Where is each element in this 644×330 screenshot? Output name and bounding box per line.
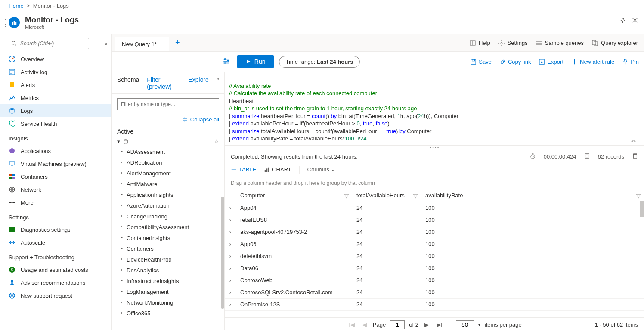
first-page-button[interactable]: I◀ [347,321,356,328]
expand-row-icon[interactable]: › [225,274,236,286]
expand-row-icon[interactable]: › [225,238,236,250]
col-computer[interactable]: Computer▽ [236,189,352,202]
expand-row-icon[interactable]: › [225,250,236,262]
time-range-picker[interactable]: Time range: Last 24 hours [279,56,359,68]
close-icon[interactable] [632,17,638,25]
expand-row-icon[interactable]: › [225,262,236,274]
table-row[interactable]: ›ContosoWeb24100 [225,274,644,286]
new-alert-button[interactable]: New alert rule [571,59,614,65]
nav-logs[interactable]: Logs [0,104,111,117]
schema-tab[interactable]: Schema [117,76,139,93]
table-row[interactable]: ›deletethisvm24100 [225,250,644,262]
nav-more[interactable]: •••More [0,196,111,209]
splitter[interactable]: • • • • [225,145,644,149]
schema-item[interactable]: AntiMalware [112,179,224,190]
help-button[interactable]: Help [469,40,490,47]
schema-item[interactable]: CompatibilityAssessment [112,222,224,233]
schema-item[interactable]: AlertManagement [112,168,224,179]
schema-item[interactable]: Office365 [112,308,224,319]
nav-applications[interactable]: Applications [0,144,111,157]
schema-item[interactable]: InfrastructureInsights [112,276,224,286]
group-drop-area[interactable]: Drag a column header and drop it here to… [225,177,644,189]
copy-link-button[interactable]: Copy link [499,59,531,65]
columns-dropdown[interactable]: Columns⌄ [307,166,335,173]
favorite-icon[interactable]: ☆ [214,138,219,145]
col-hours[interactable]: totalAvailableHours▽ [352,189,421,202]
schema-item[interactable]: AzureAutomation [112,200,224,211]
run-button[interactable]: Run [237,55,274,68]
svg-point-18 [11,280,13,283]
schema-item[interactable]: ContainerInsights [112,233,224,243]
clock-icon [529,153,536,161]
nav-advisor[interactable]: Advisor recommendations [0,276,111,289]
svg-point-7 [10,108,14,110]
schema-item[interactable]: Containers [112,243,224,254]
expand-row-icon[interactable]: › [225,202,236,214]
table-row[interactable]: ›retailEUS824100 [225,214,644,226]
nav-activity-log[interactable]: Activity log [0,65,111,78]
results-scrollbar[interactable] [640,201,644,217]
schema-item[interactable]: ADAssessment [112,146,224,157]
table-row[interactable]: ›ContosoSQLSrv2.ContosoRetail.com24100 [225,286,644,298]
table-view-tab[interactable]: TABLE [231,166,256,173]
schema-item[interactable]: ADReplication [112,157,224,168]
explore-tab[interactable]: Explore [188,76,208,93]
schema-root[interactable]: ▾☆ [112,137,224,146]
svg-rect-12 [9,177,12,179]
nav-network[interactable]: Network [0,183,111,196]
pin-icon[interactable] [619,17,626,25]
nav-metrics[interactable]: Metrics [0,91,111,104]
table-row[interactable]: ›App0624100 [225,238,644,250]
save-button[interactable]: Save [470,59,492,65]
nav-containers[interactable]: Containers [0,170,111,183]
nav-support-request[interactable]: New support request [0,289,111,302]
schema-item[interactable]: LogManagement [112,286,224,297]
schema-item[interactable]: DnsAnalytics [112,265,224,276]
collapse-sidebar-icon[interactable]: « [105,41,107,46]
schema-item[interactable]: ChangeTracking [112,211,224,222]
expand-row-icon[interactable]: › [225,226,236,238]
add-tab-button[interactable]: + [169,38,186,47]
schema-item[interactable]: DeviceHealthProd [112,254,224,265]
schema-scrollbar[interactable] [221,197,224,309]
sidebar-search-input[interactable] [9,38,89,49]
nav-alerts[interactable]: Alerts [0,78,111,91]
copy-results-icon[interactable] [632,153,638,160]
pin-button[interactable]: Pin [622,59,639,65]
page-size-input[interactable] [456,320,474,329]
export-button[interactable]: Export [539,59,564,65]
schema-item[interactable]: ApplicationInsights [112,190,224,200]
nav-usage[interactable]: $Usage and estimated costs [0,263,111,276]
query-tab[interactable]: New Query 1* [115,37,169,51]
table-row[interactable]: ›App0424100 [225,202,644,214]
expand-row-icon[interactable]: › [225,298,236,310]
expand-row-icon[interactable]: › [225,286,236,298]
sample-queries-button[interactable]: Sample queries [536,40,584,47]
chart-view-tab[interactable]: CHART [264,166,291,173]
nav-service-health[interactable]: Service Health [0,117,111,130]
expand-editor-icon[interactable]: ︽ [631,137,636,143]
nav-diagnostics[interactable]: Diagnostics settings [0,223,111,236]
collapse-all-link[interactable]: Collapse all [112,115,224,126]
next-page-button[interactable]: ▶ [423,321,430,328]
filter-tab[interactable]: Filter (preview) [147,76,180,93]
schema-filter-input[interactable] [117,98,219,110]
page-input[interactable] [390,320,405,329]
collapse-schema-icon[interactable]: « [217,76,219,93]
col-rate[interactable]: availabilityRate▽ [421,189,644,202]
prev-page-button[interactable]: ◀ [361,321,368,328]
last-page-button[interactable]: ▶I [435,321,444,328]
query-editor[interactable]: // Availability rate // Calculate the av… [225,72,644,145]
schema-item[interactable]: NetworkMonitoring [112,297,224,308]
breadcrumb-home[interactable]: Home [9,3,24,9]
nav-autoscale[interactable]: Autoscale [0,236,111,249]
settings-button[interactable]: Settings [498,40,528,47]
nav-vms[interactable]: Virtual Machines (preview) [0,157,111,170]
table-row[interactable]: ›OnPremise-12S24100 [225,298,644,310]
table-row[interactable]: ›Data0624100 [225,262,644,274]
nav-overview[interactable]: Overview [0,53,111,65]
expand-row-icon[interactable]: › [225,214,236,226]
filter-settings-icon[interactable] [223,57,230,66]
query-explorer-button[interactable]: Query explorer [591,40,638,47]
table-row[interactable]: ›aks-agentpool-40719753-224100 [225,226,644,238]
